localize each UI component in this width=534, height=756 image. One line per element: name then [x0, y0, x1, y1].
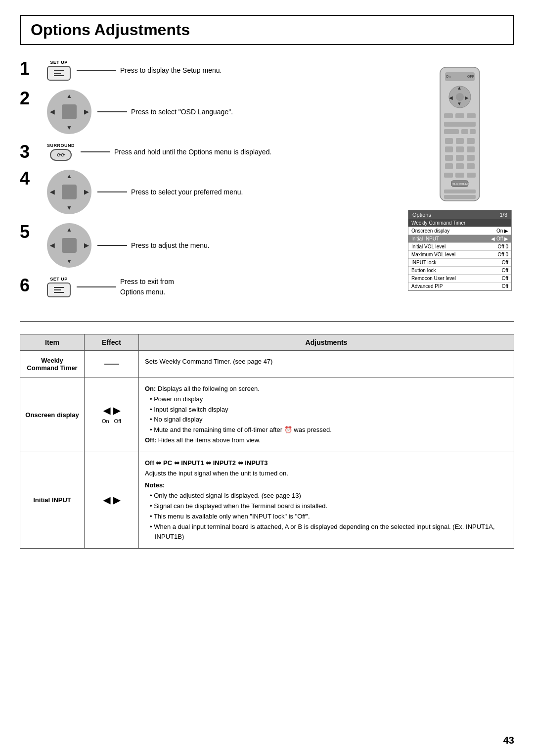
- surround-label: SURROUND: [47, 143, 75, 148]
- initial-input-effect-arrows: ◀ ▶: [103, 495, 120, 506]
- options-initial-input-label: Initial INPUT: [411, 236, 489, 241]
- options-weekly-label: Weekly Command Timer: [411, 220, 508, 226]
- page-number: 43: [503, 735, 514, 746]
- step-2-text: Press to select "OSD Language".: [131, 107, 233, 117]
- setup-button-step1: SET UP: [47, 60, 71, 81]
- onscreen-effect-labels: On Off: [102, 418, 121, 424]
- step-3-content: SURROUND ⟳⟳ Press and hold until the Opt…: [47, 143, 396, 161]
- td-weekly-effect: [85, 351, 139, 378]
- svg-rect-24: [456, 155, 464, 161]
- table-row-weekly: Weekly Command Timer Sets Weekly Command…: [20, 351, 514, 378]
- steps-section: 1 SET UP Press: [20, 60, 514, 306]
- steps-left: 1 SET UP Press: [20, 60, 396, 306]
- options-input-lock-label: INPUT lock: [411, 260, 489, 265]
- dpad-left-step2: ◀: [50, 108, 54, 115]
- step-1-content: SET UP Press to display the Setup menu.: [47, 60, 396, 81]
- step-6-text-line2: Options menu.: [120, 288, 165, 296]
- options-header-label: Options: [412, 212, 431, 218]
- options-row-weekly: Weekly Command Timer: [408, 219, 511, 227]
- onscreen-arrow-right: ▶: [113, 405, 120, 416]
- dpad-down-step5: ▼: [66, 258, 72, 265]
- options-row-remocon: Remocon User level Off: [408, 275, 511, 283]
- dpad-down-step4: ▼: [66, 204, 72, 211]
- adjustments-table: Item Effect Adjustments Weekly Command T…: [20, 334, 514, 549]
- setup-button-step6: SET UP: [47, 277, 71, 297]
- table-row-initial-input: Initial INPUT ◀ ▶ Off ⇔ PC ⇔ INPUT1 ⇔ IN…: [20, 452, 514, 548]
- initial-input-note-1: • Only the adjusted signal is displayed.…: [150, 491, 508, 501]
- options-onscreen-label: Onscreen display: [411, 228, 489, 234]
- step-3-text: Press and hold until the Options menu is…: [114, 147, 271, 157]
- dpad-right-step5: ▶: [84, 242, 89, 249]
- td-onscreen-effect: ◀ ▶ On Off: [85, 378, 139, 452]
- surround-button: SURROUND ⟳⟳: [47, 143, 75, 161]
- svg-rect-30: [455, 173, 464, 178]
- initial-input-formula-line: Off ⇔ PC ⇔ INPUT1 ⇔ INPUT2 ⇔ INPUT3: [145, 458, 508, 469]
- svg-point-9: [456, 93, 464, 101]
- initial-input-item-label: Initial INPUT: [33, 496, 71, 504]
- section-divider: [20, 321, 514, 322]
- options-initial-vol-label: Initial VOL level: [411, 244, 489, 249]
- step-3-number: 3: [20, 143, 40, 161]
- options-initial-vol-value: Off 0: [489, 244, 508, 249]
- svg-rect-21: [456, 146, 464, 152]
- svg-rect-19: [467, 138, 475, 144]
- td-weekly-item: Weekly Command Timer: [20, 351, 85, 378]
- onscreen-item-label: Onscreen display: [25, 411, 79, 419]
- step-6-text-line1: Press to exit from: [120, 278, 174, 285]
- options-panel-header: Options 1/3: [408, 210, 511, 219]
- dpad-left-step4: ◀: [50, 189, 54, 195]
- svg-text:On: On: [446, 75, 450, 78]
- options-max-vol-label: Maximum VOL level: [411, 252, 489, 257]
- table-row-onscreen: Onscreen display ◀ ▶ On Off On: Displays…: [20, 378, 514, 452]
- options-advanced-pip-label: Advanced PIP: [411, 284, 489, 289]
- svg-rect-12: [467, 113, 476, 118]
- page-container: Options Adjustments 1 SET UP: [0, 0, 534, 756]
- td-weekly-adjustments: Sets Weekly Command Timer. (see page 47): [139, 351, 514, 378]
- options-panel: Options 1/3 Weekly Command Timer Onscree…: [408, 210, 512, 291]
- initial-input-sub: Adjusts the input signal when the unit i…: [145, 469, 508, 479]
- step-6-text: Press to exit from Options menu.: [120, 277, 174, 297]
- onscreen-on-line: On: Displays all the following on screen…: [145, 384, 508, 394]
- options-row-onscreen: Onscreen display On ▶: [408, 227, 511, 235]
- svg-rect-17: [445, 138, 453, 144]
- onscreen-effect-arrows: ◀ ▶: [103, 405, 120, 416]
- dpad-center-step2: [62, 104, 77, 119]
- svg-rect-28: [467, 163, 475, 169]
- surround-icon: ⟳⟳: [50, 149, 72, 161]
- dpad-step5: ▲ ▼ ◀ ▶: [47, 223, 91, 268]
- svg-rect-16: [470, 129, 476, 134]
- dpad-up-step4: ▲: [66, 173, 72, 180]
- setup-icon-step1: [47, 66, 71, 81]
- setup-label-step6: SET UP: [50, 277, 68, 282]
- dpad-right-step2: ▶: [84, 108, 89, 115]
- setup-icon-step6: [47, 283, 71, 297]
- options-header-pages: 1/3: [500, 212, 507, 218]
- td-onscreen-item: Onscreen display: [20, 378, 85, 452]
- dpad-right-step4: ▶: [84, 189, 89, 195]
- svg-text:▼: ▼: [457, 101, 462, 106]
- options-input-lock-value: Off: [489, 260, 508, 265]
- th-item: Item: [20, 334, 85, 350]
- options-remocon-value: Off: [489, 276, 508, 281]
- options-row-initial-input: Initial INPUT ◀ Off ▶: [408, 235, 511, 243]
- page-title: Options Adjustments: [20, 15, 514, 45]
- steps-right: On OFF ▲ ▼ ◀ ▶: [405, 60, 514, 306]
- dpad-up-step2: ▲: [66, 93, 72, 99]
- options-row-button-lock: Button lock Off: [408, 267, 511, 275]
- step-4-content: ▲ ▼ ◀ ▶ Press to select your preferred m…: [47, 170, 396, 214]
- td-initial-input-adjustments: Off ⇔ PC ⇔ INPUT1 ⇔ INPUT2 ⇔ INPUT3 Adju…: [139, 452, 514, 548]
- svg-rect-23: [445, 155, 453, 161]
- dpad-up-step5: ▲: [66, 226, 72, 233]
- onscreen-label-on: On: [102, 418, 109, 424]
- svg-rect-18: [456, 138, 464, 144]
- svg-rect-29: [444, 173, 453, 178]
- step-1-number: 1: [20, 60, 40, 78]
- svg-rect-22: [467, 146, 475, 152]
- step-3-row: 3 SURROUND ⟳⟳ Press and hold until the O…: [20, 143, 396, 161]
- step-6-content: SET UP Press to exit from: [47, 277, 396, 297]
- step1-line: [77, 70, 116, 71]
- onscreen-off-bold: Off:: [145, 436, 156, 444]
- svg-rect-34: [444, 189, 476, 193]
- options-row-max-vol: Maximum VOL level Off 0: [408, 251, 511, 259]
- onscreen-label-off: Off: [114, 418, 121, 424]
